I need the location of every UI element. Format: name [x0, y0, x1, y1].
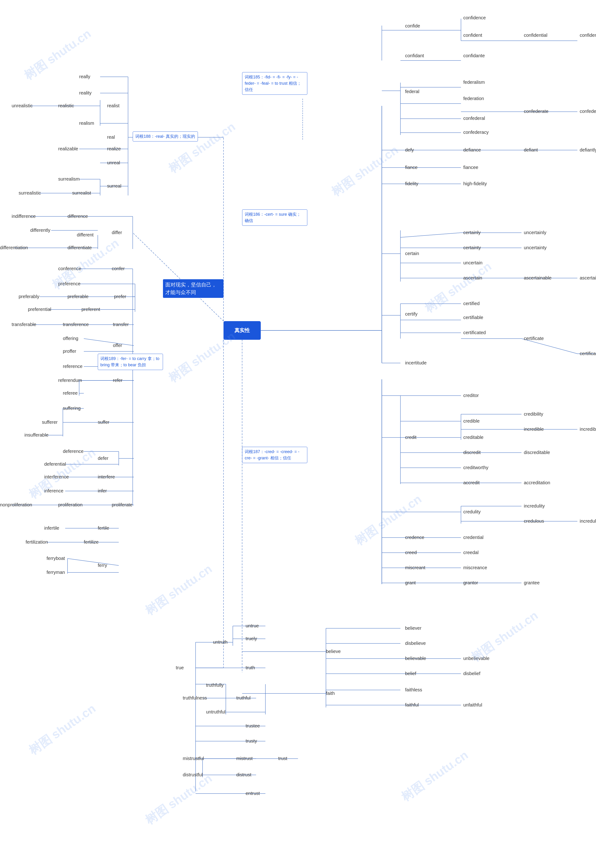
node-differently: differently [30, 227, 50, 233]
node-confide: confide [405, 23, 420, 29]
node-fertilize: fertilize [84, 539, 99, 545]
node-federalism: federalism [463, 80, 485, 85]
node-creditworthy: creditworthy [463, 465, 488, 470]
node-preferent: preferent [81, 307, 100, 312]
node-uncertainly: uncertainly [524, 230, 546, 235]
node-distrust: distrust [236, 772, 251, 778]
node-confederation: confederation [580, 109, 596, 114]
node-discreditable: discreditable [524, 450, 550, 455]
node-confident: confident [463, 32, 482, 38]
node-certain: certain [405, 251, 419, 256]
svg-line-128 [133, 233, 223, 321]
node-referendum: referendum [58, 378, 82, 383]
anno-185: 词根185：-fid- = -fi- = -fy- = -feder- = -f… [242, 72, 307, 95]
node-credibility: credibility [524, 412, 543, 417]
node-certificated: certificated [463, 330, 486, 335]
node-unreal: unreal [107, 160, 120, 165]
anno-main: 面对现实，坚信自己，才能与众不同 [163, 279, 223, 298]
node-proffer: proffer [63, 348, 76, 354]
node-grant: grant [405, 580, 416, 586]
node-referee: referee [63, 390, 77, 396]
node-ascertain: ascertain [463, 275, 482, 280]
node-confederate: confederate [524, 109, 549, 114]
node-distrustful: distrustful [183, 772, 203, 778]
node-confidential: confidential [524, 32, 547, 38]
node-defiance: defiance [463, 147, 481, 153]
node-truthful: truthful [236, 695, 250, 701]
node-credential: credential [463, 535, 484, 540]
node-believable: believable [405, 656, 426, 661]
svg-line-30 [401, 233, 461, 238]
watermark-9: 树图 shutu.cn [328, 142, 402, 200]
node-credence: credence [405, 535, 424, 540]
node-truth: truth [245, 665, 255, 670]
center-box: 真实性 [223, 321, 261, 340]
node-trusty: trusty [245, 738, 257, 744]
node-realize: realize [107, 146, 121, 152]
node-miscreance: miscreance [463, 565, 487, 570]
node-realist: realist [107, 103, 120, 108]
anno-187: 词根187：-cred- = -creed- = -cre- = -grant-… [242, 447, 307, 463]
node-disbelief: disbelief [463, 671, 480, 676]
node-reference: reference [63, 364, 83, 369]
watermark-8: 树图 shutu.cn [142, 770, 215, 828]
node-untrue: untrue [245, 623, 259, 629]
node-deferential: deferential [44, 462, 66, 467]
anno-186-text: 词根186：-cert- = sure 确实；确信 [245, 212, 301, 223]
node-confidentially: confidentially [580, 32, 596, 38]
node-preferential: preferential [28, 307, 51, 312]
node-federation: federation [463, 96, 484, 101]
node-creedal: creedal [463, 550, 479, 555]
node-defer: defer [98, 456, 108, 461]
node-differ: differ [112, 230, 122, 235]
node-preference: preference [58, 281, 81, 286]
watermark-6: 树图 shutu.cn [142, 561, 215, 619]
node-creditable: creditable [463, 435, 484, 440]
node-truthfulness: truthfulness [183, 695, 207, 701]
node-surrealism: surrealism [58, 176, 80, 182]
node-grantee: grantee [524, 580, 540, 586]
node-federal: federal [405, 89, 419, 94]
node-truely: truely [245, 636, 257, 641]
anno-185-text: 词根185：-fid- = -fi- = -fy- = -feder- = -f… [245, 75, 301, 92]
center-label: 真实性 [234, 327, 250, 334]
node-believer: believer [405, 626, 421, 631]
anno-187-text: 词根187：-cred- = -creed- = -cre- = -grant-… [245, 449, 299, 460]
node-offer: offer [113, 343, 122, 348]
node-realizable: realizable [58, 146, 78, 152]
node-incredibly: incredibly [580, 427, 596, 432]
node-truthfully: truthfully [206, 682, 224, 688]
node-believe: believe [326, 649, 341, 654]
node-defiantly: defiantly [580, 147, 596, 153]
node-interfere: interfere [98, 474, 115, 480]
node-infer: infer [98, 488, 107, 494]
node-ascertainable: ascertainable [524, 275, 552, 280]
node-conference: conference [58, 266, 81, 271]
node-transfer: transfer [113, 322, 129, 327]
node-incredulity: incredulity [524, 503, 545, 509]
node-inference: inference [44, 488, 63, 494]
node-creed: creed [405, 550, 417, 555]
node-certified: certified [463, 301, 479, 306]
node-fertilization: fertilization [26, 539, 48, 545]
node-untruth: untruth [213, 639, 228, 645]
node-true: true [176, 665, 184, 670]
node-certifiable: certifiable [463, 315, 483, 320]
anno-main-text: 面对现实，坚信自己，才能与众不同 [165, 282, 216, 295]
node-defy: defy [405, 147, 414, 153]
node-faith: faith [326, 691, 335, 696]
node-fidelity: fidelity [405, 181, 419, 186]
node-difference: difference [68, 214, 88, 219]
node-insufferable: insufferable [24, 433, 49, 438]
node-transferable: transferable [12, 322, 36, 327]
node-faithless: faithless [405, 687, 422, 692]
node-untruthful: untruthful [206, 709, 225, 714]
node-confidant: confidant [405, 53, 424, 58]
node-ferryboat: ferryboat [47, 556, 65, 561]
node-confederacy: confederacy [463, 130, 489, 135]
node-credit: credit [405, 435, 417, 440]
node-fiance: fiance [405, 165, 417, 170]
node-surrealistic: surrealistic [19, 190, 41, 196]
watermark-5: 树图 shutu.cn [26, 444, 99, 503]
node-proliferate: proliferate [112, 502, 133, 508]
